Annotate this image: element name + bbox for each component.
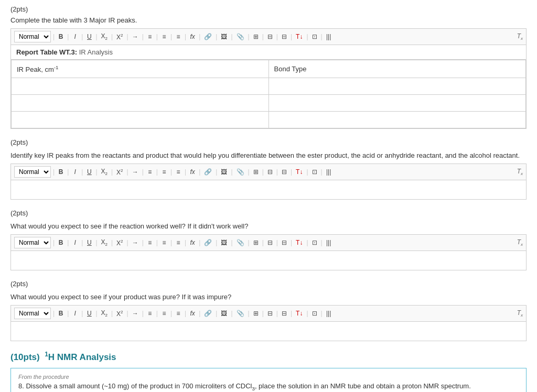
superscript-btn-3[interactable]: X2: [115, 238, 124, 247]
style-select-1[interactable]: Normal: [14, 31, 51, 42]
list-btn-2b[interactable]: ≡: [160, 168, 168, 176]
section2-pts: (2pts): [10, 138, 527, 146]
section4-content[interactable]: [11, 322, 526, 341]
link-btn-4[interactable]: 🔗: [202, 309, 213, 318]
img-btn-4[interactable]: 🖼: [219, 309, 229, 318]
underline-btn-4[interactable]: U: [85, 309, 93, 318]
table-cell-ir-2[interactable]: [12, 95, 269, 112]
link-btn-2[interactable]: 🔗: [202, 168, 213, 176]
table-cell-ir-3[interactable]: [12, 112, 269, 128]
divider-2: |: [67, 33, 69, 40]
col-btn-4[interactable]: ⊟: [266, 309, 274, 318]
tx-icon-3[interactable]: T↓: [294, 238, 304, 247]
table-cell-bond-1[interactable]: [268, 78, 526, 95]
media-btn-2[interactable]: 📎: [235, 168, 246, 176]
style-select-2[interactable]: Normal: [14, 166, 51, 178]
col2-btn-3[interactable]: ⊟: [280, 238, 288, 247]
link-btn-3[interactable]: 🔗: [202, 238, 213, 247]
superscript-btn-2[interactable]: X2: [115, 168, 124, 177]
col2-btn-2[interactable]: ⊟: [280, 168, 288, 176]
img-btn-2[interactable]: 🖼: [219, 168, 229, 176]
col-btn-1[interactable]: ⊟: [266, 32, 274, 41]
clear-btn-2[interactable]: ⊡: [310, 168, 319, 176]
list-btn-1b[interactable]: ≡: [160, 32, 168, 41]
img-btn-3[interactable]: 🖼: [219, 238, 229, 247]
table-btn-3[interactable]: ⊞: [252, 238, 260, 247]
italic-btn-2[interactable]: I: [71, 168, 79, 176]
divider-13: |: [231, 33, 232, 40]
list-btn-2a[interactable]: ≡: [146, 168, 154, 176]
underline-btn-3[interactable]: U: [85, 238, 93, 247]
bold-btn-4[interactable]: B: [57, 309, 65, 318]
table-btn-1[interactable]: ⊞: [252, 32, 260, 41]
col2-btn-1[interactable]: ⊟: [280, 32, 288, 41]
clear-btn-3[interactable]: ⊡: [310, 238, 319, 247]
clear-btn-4[interactable]: ⊡: [310, 309, 319, 318]
list-btn-1a[interactable]: ≡: [146, 32, 154, 41]
clear-format-btn-3[interactable]: Tx: [517, 238, 523, 247]
extra-btn-1[interactable]: |||: [325, 32, 333, 41]
list-btn-3a[interactable]: ≡: [146, 238, 154, 247]
clear-format-btn-1[interactable]: Tx: [517, 32, 523, 41]
list-btn-4a[interactable]: ≡: [146, 309, 154, 318]
extra-btn-4[interactable]: |||: [325, 309, 333, 318]
clear-btn-1[interactable]: ⊡: [310, 32, 319, 41]
style-select-4[interactable]: Normal: [14, 308, 51, 319]
extra-btn-3[interactable]: |||: [325, 238, 333, 247]
arrow-btn-2[interactable]: →: [131, 168, 140, 176]
section2-content[interactable]: [11, 180, 526, 199]
table-cell-bond-2[interactable]: [268, 95, 526, 112]
subscript-btn-1[interactable]: X2: [100, 32, 109, 41]
subscript-btn-3[interactable]: X2: [100, 238, 109, 247]
tx-icon-1[interactable]: T↓: [294, 32, 304, 41]
img-btn-1[interactable]: 🖼: [219, 32, 229, 41]
media-btn-1[interactable]: 📎: [235, 32, 246, 41]
divider-3: |: [81, 33, 83, 40]
table-cell-bond-3[interactable]: [268, 112, 526, 128]
superscript-btn-4[interactable]: X2: [115, 309, 124, 318]
italic-btn-1[interactable]: I: [71, 32, 79, 41]
link-btn-1[interactable]: 🔗: [202, 32, 213, 41]
divider-4: |: [95, 33, 97, 40]
list-btn-3b[interactable]: ≡: [160, 238, 168, 247]
table-cell-ir-1[interactable]: [12, 78, 269, 95]
indent-btn-4[interactable]: ≡: [174, 309, 182, 318]
list-btn-4b[interactable]: ≡: [160, 309, 168, 318]
bold-btn-2[interactable]: B: [57, 168, 65, 176]
underline-btn-1[interactable]: U: [85, 32, 93, 41]
style-select-3[interactable]: Normal: [14, 237, 51, 248]
col2-btn-4[interactable]: ⊟: [280, 309, 288, 318]
tx-icon-4[interactable]: T↓: [294, 309, 304, 318]
bold-btn-1[interactable]: B: [57, 32, 65, 41]
indent-btn-1[interactable]: ≡: [174, 32, 182, 41]
fx-btn-1[interactable]: fx: [188, 32, 197, 41]
subscript-btn-4[interactable]: X2: [100, 309, 109, 318]
fx-btn-4[interactable]: fx: [188, 309, 197, 318]
media-btn-3[interactable]: 📎: [235, 238, 246, 247]
tx-icon-2[interactable]: T↓: [294, 168, 304, 176]
arrow-btn-1[interactable]: →: [131, 32, 140, 41]
col-btn-2[interactable]: ⊟: [266, 168, 274, 176]
indent-btn-2[interactable]: ≡: [174, 168, 182, 176]
arrow-btn-3[interactable]: →: [131, 238, 140, 247]
table-btn-2[interactable]: ⊞: [252, 168, 260, 176]
italic-btn-4[interactable]: I: [71, 309, 79, 318]
clear-format-btn-4[interactable]: Tx: [517, 309, 523, 318]
section3-content[interactable]: [11, 251, 526, 270]
superscript-btn-1[interactable]: X2: [115, 32, 124, 41]
arrow-btn-4[interactable]: →: [131, 309, 140, 318]
subscript-btn-2[interactable]: X2: [100, 167, 109, 177]
col-btn-3[interactable]: ⊟: [266, 238, 274, 247]
fx-btn-3[interactable]: fx: [188, 238, 197, 247]
bold-btn-3[interactable]: B: [57, 238, 65, 247]
indent-btn-3[interactable]: ≡: [174, 238, 182, 247]
italic-btn-3[interactable]: I: [71, 238, 79, 247]
fx-btn-2[interactable]: fx: [188, 168, 197, 176]
table-btn-4[interactable]: ⊞: [252, 309, 260, 318]
divider-19: |: [321, 33, 323, 40]
media-btn-4[interactable]: 📎: [235, 309, 246, 318]
clear-format-btn-2[interactable]: Tx: [517, 168, 523, 176]
divider-17: |: [291, 33, 292, 40]
underline-btn-2[interactable]: U: [85, 168, 93, 176]
extra-btn-2[interactable]: |||: [325, 168, 333, 176]
